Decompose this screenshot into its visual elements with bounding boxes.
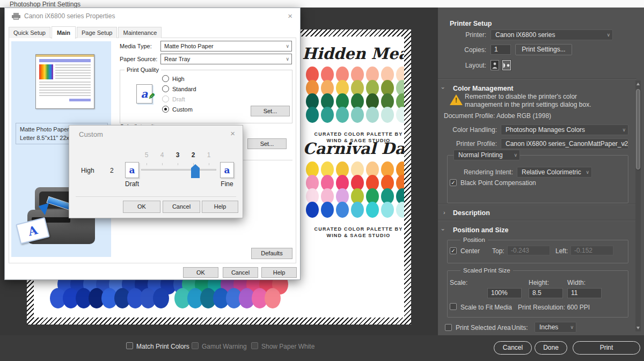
close-icon[interactable]: × [288,12,292,20]
ok-button[interactable]: OK [183,267,218,278]
print-quality-group-label: Print Quality [125,67,161,73]
palette-dot-row [306,188,404,202]
media-type-select[interactable]: Matte Photo Paper ∨ [160,41,292,51]
chevron-down-icon: ∨ [514,150,517,160]
tab-quick-setup[interactable]: Quick Setup [9,27,50,38]
photoshop-print-settings-window: Photoshop Print Settings Hidden Meadow C… [0,0,644,361]
layout-portrait-button[interactable] [491,60,499,70]
custom-quality-dialog: Custom × 5 4 3 2 1 High 2 a a Draft Fine… [69,125,243,218]
palette-card-bottom-middle: CURATED COLOR PALETTE BY WIND & SAGE STU… [174,274,282,318]
height-input[interactable]: 8.5 [529,288,563,298]
help-button[interactable]: Help [261,267,297,278]
layout-landscape-button[interactable] [502,60,511,70]
print-selected-area-checkbox[interactable] [445,324,452,331]
palette-dots [306,161,404,215]
radio-draft [162,95,169,102]
chevron-down-icon: ∨ [606,30,610,40]
rendering-intent-select[interactable]: Relative Colorimetric ∨ [517,167,592,178]
quality-set-button[interactable]: Set... [251,106,290,116]
fine-quality-icon: a [220,162,234,178]
print-settings-button[interactable]: Print Settings... [515,44,572,55]
palette-dot-row [306,107,404,120]
center-label: Center [460,247,480,255]
print-quality-group: Print Quality a ✎ High Standard Draft Cu… [120,70,292,123]
section-divider [438,220,636,220]
scroll-down-icon[interactable] [636,327,640,329]
layout-label: Layout: [438,62,486,69]
radio-custom[interactable] [162,106,169,113]
printer-icon [12,13,20,20]
radio-high[interactable] [162,75,169,82]
ok-button[interactable]: OK [123,201,160,213]
quality-slider-track[interactable] [141,169,216,171]
scaled-print-size-label: Scaled Print Size [460,267,513,274]
black-point-compensation-checkbox[interactable]: ✓ [450,179,457,186]
help-button[interactable]: Help [202,201,238,213]
center-checkbox[interactable]: ✓ [450,247,457,254]
scale-input[interactable]: 100% [487,288,522,298]
show-paper-white-label: Show Paper White [261,343,314,350]
section-divider [438,204,636,204]
top-label: Top: [492,247,504,255]
check-icon: ✓ [451,180,455,186]
tab-main[interactable]: Main [52,26,76,39]
units-select[interactable]: Inches ∨ [535,322,576,333]
document-profile-text: Document Profile: Adobe RGB (1998) [444,112,551,120]
color-handling-select[interactable]: Photoshop Manages Colors ∨ [501,124,628,135]
color-handling-label: Color Handling: [438,126,497,134]
collapse-chevron-icon[interactable]: › [440,229,447,231]
chevron-down-icon: ∨ [286,41,289,51]
collapse-chevron-icon[interactable]: › [440,87,447,89]
color-intensity-set-button[interactable]: Set... [247,138,287,149]
paper-source-select[interactable]: Rear Tray ∨ [160,54,292,64]
copies-input[interactable]: 1 [491,45,511,55]
palette-dot-row [306,175,404,188]
quality-slider-thumb[interactable] [191,164,200,178]
chevron-down-icon: ∨ [622,125,626,135]
palette-title: Carnival Day [302,139,404,158]
width-input[interactable]: 11 [567,288,602,298]
cancel-button[interactable]: Cancel [163,201,200,213]
print-resolution-text: Print Resolution: 600 PPI [518,304,590,311]
tab-page-setup[interactable]: Page Setup [77,27,118,38]
print-button[interactable]: Print [573,341,640,355]
pencil-icon: ✎ [143,93,161,100]
draft-label: Draft [121,180,143,188]
palette-card-bottom-left: CURATED COLOR PALETTE BY WIND & SAGE STU… [50,274,169,318]
cancel-button[interactable]: Cancel [494,341,532,355]
palette-dot-row [174,288,285,302]
chevron-down-icon: ∨ [570,322,574,332]
radio-draft-label: Draft [172,96,185,102]
dialog-tabs: Quick Setup Main Page Setup Maintenance [9,26,163,38]
settings-panel: Printer Setup Printer: Canon iX6800 seri… [438,6,644,335]
scroll-up-icon[interactable] [636,83,640,85]
slider-tick-2: 2 [188,151,199,159]
radio-standard[interactable] [162,85,169,92]
printing-mode-select[interactable]: Normal Printing ∨ [453,150,520,160]
position-size-header[interactable]: Position and Size [453,226,509,234]
palette-dot-row [50,288,186,302]
media-type-label: Media Type: [120,43,152,49]
defaults-button[interactable]: Defaults [251,248,292,259]
description-header[interactable]: Description [453,209,490,217]
paper-source-label: Paper Source: [120,56,157,62]
height-label: Height: [529,279,549,286]
dialog-title: Custom [79,130,103,138]
radio-high-label: High [172,76,185,82]
color-management-header[interactable]: Color Management [453,85,514,92]
printer-select[interactable]: Canon iX6800 series ∨ [491,30,613,40]
scale-to-fit-media-checkbox[interactable] [450,303,457,310]
match-print-colors-checkbox[interactable] [126,342,133,349]
tab-maintenance[interactable]: Maintenance [118,27,162,38]
color-management-warning: Remember to disable the printer's color … [465,93,591,109]
close-icon[interactable]: × [230,129,235,137]
gamut-warning-label: Gamut Warning [202,343,247,350]
panel-scrollbar[interactable] [635,80,641,331]
scrollbar-thumb[interactable] [636,89,640,170]
done-button[interactable]: Done [535,341,567,355]
radio-standard-label: Standard [172,86,196,92]
width-label: Width: [567,279,586,286]
expand-chevron-icon[interactable]: › [443,209,445,216]
printer-profile-select[interactable]: Canon iX6800 series_CanonMattPaper_v2-20… [501,138,628,149]
cancel-button[interactable]: Cancel [223,267,258,278]
